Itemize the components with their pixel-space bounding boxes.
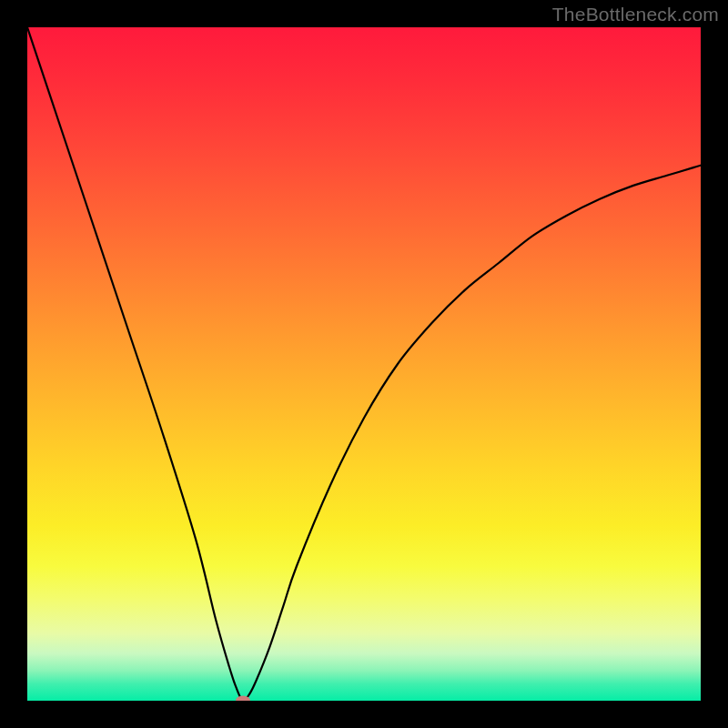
watermark-text: TheBottleneck.com bbox=[552, 4, 719, 25]
plot-area bbox=[27, 27, 701, 701]
bottleneck-curve bbox=[27, 27, 701, 701]
optimum-marker bbox=[236, 696, 250, 702]
chart-frame: TheBottleneck.com bbox=[0, 0, 728, 728]
